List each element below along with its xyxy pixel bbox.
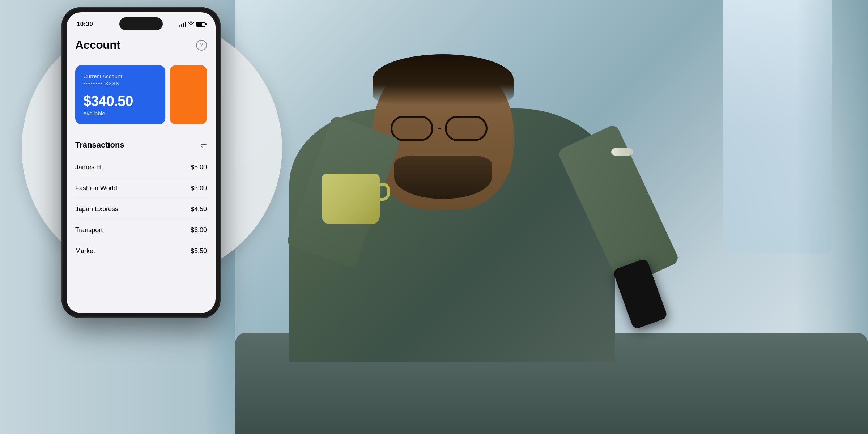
battery-tip: [205, 23, 207, 25]
person-mug: [322, 174, 380, 224]
transaction-name: Fashion World: [75, 184, 117, 192]
transaction-name: James H.: [75, 163, 103, 171]
filter-icon[interactable]: ⇌: [201, 141, 207, 149]
right-panel: [235, 0, 868, 434]
signal-bar-2: [181, 24, 182, 27]
phone-screen: 10:30: [67, 12, 216, 313]
transactions-title: Transactions: [75, 140, 124, 150]
person-bracelet: [611, 148, 633, 156]
help-button[interactable]: ?: [196, 40, 207, 51]
person-head: [373, 54, 514, 210]
transaction-name: Japan Express: [75, 205, 118, 213]
signal-bar-1: [179, 25, 180, 27]
transaction-item[interactable]: Japan Express $4.50: [75, 199, 207, 220]
phone-wrapper: 10:30: [61, 7, 221, 318]
status-time: 10:30: [77, 21, 93, 28]
transactions-header: Transactions ⇌: [75, 135, 207, 157]
transaction-name: Transport: [75, 226, 103, 234]
signal-bar-3: [183, 23, 184, 27]
app-content: Account ? Current Account •••••••• 8388 …: [67, 31, 216, 261]
status-icons: [179, 21, 205, 27]
card-balance-amount: $340.50: [83, 94, 157, 108]
account-card-secondary[interactable]: [170, 65, 207, 124]
card-number-label: •••••••• 8388: [83, 81, 157, 86]
person-glasses: [391, 116, 492, 141]
page-title: Account: [75, 38, 120, 52]
phone-frame: 10:30: [61, 7, 221, 318]
battery-fill: [197, 23, 202, 26]
photo-background: [235, 0, 868, 434]
glasses-right-lens: [445, 116, 488, 141]
signal-icon: [179, 22, 186, 27]
transaction-amount: $5.00: [191, 163, 207, 171]
signal-bar-4: [185, 22, 186, 27]
account-card-primary[interactable]: Current Account •••••••• 8388 $340.50 Av…: [75, 65, 165, 124]
transaction-item[interactable]: James H. $5.00: [75, 157, 207, 178]
card-available-label: Available: [83, 110, 157, 116]
help-icon: ?: [200, 42, 203, 48]
transaction-name: Market: [75, 247, 95, 255]
transaction-amount: $3.00: [191, 184, 207, 192]
cards-container: Current Account •••••••• 8388 $340.50 Av…: [75, 65, 207, 124]
dynamic-island: [119, 17, 163, 30]
battery-icon: [196, 22, 205, 27]
transaction-amount: $6.00: [191, 226, 207, 234]
transaction-item[interactable]: Fashion World $3.00: [75, 178, 207, 199]
glasses-bridge: [438, 128, 441, 129]
person-hair: [373, 54, 514, 105]
transaction-amount: $4.50: [191, 205, 207, 213]
transaction-list: James H. $5.00 Fashion World $3.00 Japan…: [75, 157, 207, 261]
transaction-item[interactable]: Market $5.50: [75, 241, 207, 261]
glasses-left-lens: [391, 116, 433, 141]
wifi-icon: [188, 21, 194, 27]
person-beard: [394, 156, 492, 199]
app-header: Account ?: [75, 31, 207, 58]
card-type-label: Current Account: [83, 73, 157, 79]
transaction-amount: $5.50: [191, 247, 207, 255]
transaction-item[interactable]: Transport $6.00: [75, 220, 207, 241]
person-silhouette: [271, 54, 669, 362]
